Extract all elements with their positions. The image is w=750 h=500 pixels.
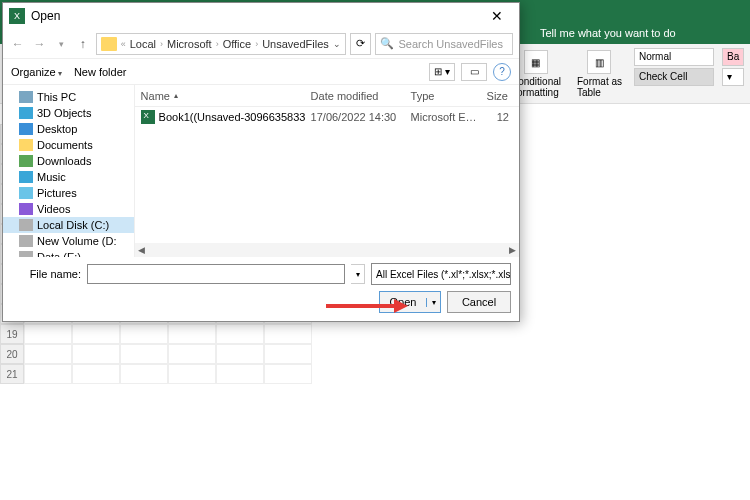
cell[interactable] (24, 364, 72, 384)
nav-recent-icon[interactable]: ▾ (52, 35, 70, 53)
search-icon: 🔍 (380, 37, 394, 50)
cell[interactable] (120, 344, 168, 364)
file-name-label: File name: (11, 268, 81, 280)
tree-item[interactable]: Documents (3, 137, 134, 153)
help-icon[interactable]: ? (493, 63, 511, 81)
nav-bar: ← → ▾ ↑ « Local› Microsoft› Office› Unsa… (3, 29, 519, 59)
open-button[interactable]: Open ▾ (379, 291, 441, 313)
file-list[interactable]: Name▴ Date modified Type Size Book1((Uns… (135, 85, 519, 257)
file-name-input[interactable] (87, 264, 345, 284)
excel-file-icon (141, 110, 155, 124)
tree-item[interactable]: New Volume (D: (3, 233, 134, 249)
ico-vid-icon (19, 203, 33, 215)
ico-desk-icon (19, 123, 33, 135)
cell[interactable] (264, 324, 312, 344)
cell[interactable] (216, 324, 264, 344)
styles-more[interactable]: ▾ (722, 68, 744, 86)
dialog-titlebar: X Open ✕ (3, 3, 519, 29)
row-header[interactable]: 20 (0, 344, 24, 364)
cell[interactable] (120, 364, 168, 384)
organize-menu[interactable]: Organize (11, 66, 62, 78)
excel-icon: X (9, 8, 25, 24)
ico-down-icon (19, 155, 33, 167)
dialog-title: Open (31, 9, 60, 23)
row-header[interactable]: 19 (0, 324, 24, 344)
horizontal-scrollbar[interactable]: ◀▶ (135, 243, 519, 257)
ico-pics-icon (19, 187, 33, 199)
search-input[interactable]: 🔍 Search UnsavedFiles (375, 33, 513, 55)
format-as-table-button[interactable]: ▥ Format as Table (573, 48, 626, 100)
tree-item[interactable]: Desktop (3, 121, 134, 137)
cell-styles-gallery[interactable]: Normal Check Cell (634, 48, 714, 86)
column-headers[interactable]: Name▴ Date modified Type Size (135, 85, 519, 107)
preview-pane-button[interactable]: ▭ (461, 63, 487, 81)
cell[interactable] (264, 344, 312, 364)
dialog-toolbar: Organize New folder ⊞ ▾ ▭ ? (3, 59, 519, 85)
cell[interactable] (168, 324, 216, 344)
address-breadcrumb[interactable]: « Local› Microsoft› Office› UnsavedFiles… (96, 33, 346, 55)
ico-3d-icon (19, 107, 33, 119)
file-type-filter[interactable]: All Excel Files (*.xl*;*.xlsx;*.xlsm▾ (371, 263, 511, 285)
style-bad[interactable]: Ba (722, 48, 744, 66)
tree-item[interactable]: Downloads (3, 153, 134, 169)
cell[interactable] (216, 364, 264, 384)
new-folder-button[interactable]: New folder (74, 66, 127, 78)
tree-item[interactable]: Pictures (3, 185, 134, 201)
tree-item[interactable]: Local Disk (C:) (3, 217, 134, 233)
col-size[interactable]: Size (481, 90, 519, 102)
ico-disk-icon (19, 219, 33, 231)
tree-item[interactable]: Videos (3, 201, 134, 217)
folder-icon (101, 37, 117, 51)
chevron-down-icon[interactable]: ⌄ (333, 39, 341, 49)
col-date[interactable]: Date modified (305, 90, 405, 102)
file-row[interactable]: Book1((Unsaved-309663583314130555)).x...… (135, 107, 519, 127)
cell[interactable] (72, 364, 120, 384)
cell[interactable] (120, 324, 168, 344)
cell[interactable] (24, 344, 72, 364)
open-split-dropdown[interactable]: ▾ (426, 298, 440, 307)
ico-music-icon (19, 171, 33, 183)
nav-back-icon[interactable]: ← (9, 35, 27, 53)
row-header[interactable]: 21 (0, 364, 24, 384)
nav-up-icon[interactable]: ↑ (74, 35, 92, 53)
refresh-icon[interactable]: ⟳ (350, 33, 372, 55)
conditional-formatting-icon: ▦ (524, 50, 548, 74)
style-check-cell[interactable]: Check Cell (634, 68, 714, 86)
ico-pc-icon (19, 91, 33, 103)
cancel-button[interactable]: Cancel (447, 291, 511, 313)
tree-item[interactable]: 3D Objects (3, 105, 134, 121)
cell[interactable] (24, 324, 72, 344)
cell[interactable] (264, 364, 312, 384)
nav-forward-icon[interactable]: → (31, 35, 49, 53)
style-normal[interactable]: Normal (634, 48, 714, 66)
cell[interactable] (168, 364, 216, 384)
ico-docs-icon (19, 139, 33, 151)
tree-item[interactable]: Music (3, 169, 134, 185)
cell[interactable] (72, 344, 120, 364)
cell[interactable] (216, 344, 264, 364)
col-type[interactable]: Type (405, 90, 481, 102)
tree-item[interactable]: This PC (3, 89, 134, 105)
cell[interactable] (72, 324, 120, 344)
view-options-button[interactable]: ⊞ ▾ (429, 63, 455, 81)
nav-tree[interactable]: This PC3D ObjectsDesktopDocumentsDownloa… (3, 85, 135, 257)
file-name-dropdown[interactable]: ▾ (351, 264, 365, 284)
open-file-dialog: X Open ✕ ← → ▾ ↑ « Local› Microsoft› Off… (2, 2, 520, 322)
cell[interactable] (168, 344, 216, 364)
ico-disk-icon (19, 235, 33, 247)
format-as-table-icon: ▥ (587, 50, 611, 74)
col-name[interactable]: Name▴ (135, 90, 305, 102)
tree-item[interactable]: Data (E:) (3, 249, 134, 257)
close-icon[interactable]: ✕ (481, 8, 513, 24)
